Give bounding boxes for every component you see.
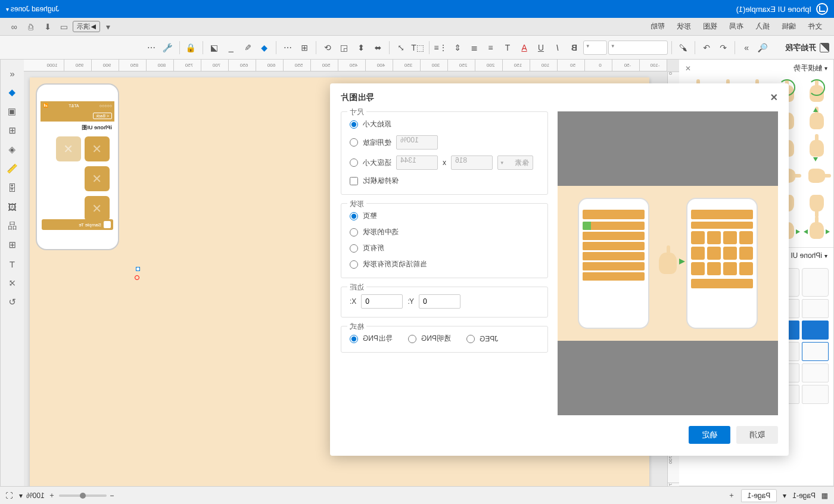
unit-select[interactable]: 像素: [497, 155, 533, 170]
range-full-radio[interactable]: [350, 212, 358, 220]
zoom-dropdown-icon[interactable]: ▾: [19, 491, 23, 500]
size-zoom-radio[interactable]: [350, 138, 358, 147]
textbox-icon[interactable]: ⬚T: [410, 40, 425, 55]
range-all-radio[interactable]: [350, 244, 358, 253]
size-original-radio[interactable]: [350, 120, 358, 129]
menu-shape[interactable]: 形状: [671, 21, 697, 32]
gesture-swipe-down[interactable]: [805, 136, 829, 160]
more-icon[interactable]: ⋯: [144, 40, 159, 55]
text-size-icon[interactable]: T: [500, 40, 515, 55]
zoom-slider[interactable]: [59, 494, 107, 497]
align-left-icon[interactable]: ≡: [483, 40, 499, 55]
range-selected-radio[interactable]: [350, 228, 358, 237]
size-icon[interactable]: ◱: [337, 40, 352, 55]
table-icon[interactable]: ⊞: [4, 236, 21, 254]
line-color-icon[interactable]: ✎: [240, 40, 256, 55]
image-tool-icon[interactable]: ▣: [4, 102, 21, 120]
ui-el-6[interactable]: [802, 321, 829, 340]
height-input[interactable]: 816: [451, 155, 493, 170]
font-family-select[interactable]: [608, 41, 668, 55]
lock-icon[interactable]: 🔒: [183, 40, 199, 55]
data-icon[interactable]: 🗄: [4, 179, 21, 197]
gesture-point-down[interactable]: [805, 191, 829, 215]
line-spacing-icon[interactable]: ⇕: [450, 40, 465, 55]
sitemap-icon[interactable]: 品: [4, 217, 21, 235]
rotate-icon[interactable]: ⟳: [320, 40, 335, 55]
margin-x-input[interactable]: [361, 294, 403, 309]
undo-icon[interactable]: ↶: [715, 40, 731, 55]
menu-edit[interactable]: 编辑: [776, 21, 802, 32]
redo-icon[interactable]: ↷: [699, 40, 714, 55]
keep-ratio-checkbox[interactable]: [350, 177, 358, 185]
pages-icon[interactable]: ▦: [821, 491, 828, 500]
present-dropdown-icon[interactable]: ▾: [102, 21, 114, 33]
size-custom-radio[interactable]: [350, 158, 358, 167]
ui-el-1[interactable]: [802, 299, 829, 318]
print-icon[interactable]: ⎙: [25, 21, 37, 33]
layers-icon[interactable]: ◈: [4, 141, 21, 158]
close-icon[interactable]: ✕: [685, 64, 691, 73]
ui-el-16[interactable]: [802, 363, 829, 382]
font-color-icon[interactable]: A: [516, 40, 532, 55]
collapse-panel-icon[interactable]: »: [739, 40, 754, 55]
page-tab[interactable]: Page-1: [741, 489, 777, 502]
format-jpeg-radio[interactable]: [466, 335, 475, 343]
presentation-button[interactable]: ▶演示: [73, 21, 100, 32]
user-menu[interactable]: Jughead Jones: [6, 5, 59, 13]
auto-text-icon[interactable]: ⤢: [393, 40, 409, 55]
iphone-mockup[interactable]: ○○○○○AT&T📶 < Back iPhone UI图 Sample Te: [36, 83, 119, 250]
gesture-tap[interactable]: [805, 82, 829, 105]
zoom-in-icon[interactable]: ＋: [48, 490, 55, 500]
text-icon[interactable]: T: [4, 255, 21, 273]
bold-icon[interactable]: B: [567, 40, 582, 55]
picture-icon[interactable]: 🖼: [4, 198, 21, 216]
zoom-out-icon[interactable]: −: [110, 491, 114, 500]
wrench-icon[interactable]: 🔧: [160, 40, 176, 55]
ok-button[interactable]: 确定: [689, 426, 730, 444]
format-painter-icon[interactable]: 🖌: [676, 40, 691, 55]
line-style-icon[interactable]: ⎯: [223, 40, 239, 55]
underline-icon[interactable]: U: [533, 40, 549, 55]
ui-el-21[interactable]: [802, 385, 829, 404]
search-icon[interactable]: 🔍: [755, 40, 771, 55]
italic-icon[interactable]: I: [550, 40, 565, 55]
distribute-icon[interactable]: ⋯: [280, 40, 295, 55]
range-current-radio[interactable]: [350, 260, 358, 269]
save-icon[interactable]: ▭: [58, 21, 70, 33]
font-size-select[interactable]: [583, 41, 607, 55]
gestures-section-header[interactable]: ▾ 触摸手势 ✕: [679, 60, 833, 77]
align-vertical-icon[interactable]: ≣: [466, 40, 482, 55]
position-v-icon[interactable]: ⬍: [353, 40, 369, 55]
menu-layout[interactable]: 布局: [723, 21, 749, 32]
gesture-swipe-up[interactable]: [805, 109, 829, 133]
format-tpng-radio[interactable]: [408, 335, 416, 343]
gesture-point-left[interactable]: [805, 164, 829, 188]
width-input[interactable]: 1344: [396, 155, 438, 170]
fill-tool-icon[interactable]: ◆: [4, 83, 21, 101]
menu-help[interactable]: 帮助: [645, 21, 671, 32]
rotation-handle[interactable]: [135, 275, 139, 280]
ruler-tool-icon[interactable]: 📏: [4, 160, 21, 178]
format-png-radio[interactable]: [350, 335, 358, 343]
menu-view[interactable]: 视图: [697, 21, 723, 32]
fullscreen-icon[interactable]: ⛶: [6, 491, 13, 500]
add-page-icon[interactable]: ＋: [728, 490, 735, 500]
ui-el-11[interactable]: [802, 342, 829, 361]
align-objects-icon[interactable]: ⊞: [297, 40, 312, 55]
download-icon[interactable]: ⬇: [42, 21, 54, 33]
cancel-button[interactable]: 取消: [736, 426, 778, 444]
collapse-sidebar-icon[interactable]: «: [4, 64, 21, 82]
selection-handle[interactable]: [136, 267, 140, 271]
ui-phone-1[interactable]: [802, 268, 829, 297]
menu-insert[interactable]: 插入: [749, 21, 776, 32]
gesture-6[interactable]: [805, 219, 829, 242]
bullets-icon[interactable]: ⋮≡: [433, 40, 449, 55]
refresh-icon[interactable]: ↻: [4, 293, 21, 311]
page-dropdown-icon[interactable]: ▾: [783, 491, 786, 500]
position-h-icon[interactable]: ⬌: [370, 40, 385, 55]
shuffle-icon[interactable]: ⤨: [4, 274, 21, 292]
grid-tool-icon[interactable]: ⊞: [4, 122, 21, 139]
share-icon[interactable]: ∞: [8, 21, 20, 33]
shadow-icon[interactable]: ◪: [207, 40, 222, 55]
fill-color-icon[interactable]: ◆: [257, 40, 272, 55]
